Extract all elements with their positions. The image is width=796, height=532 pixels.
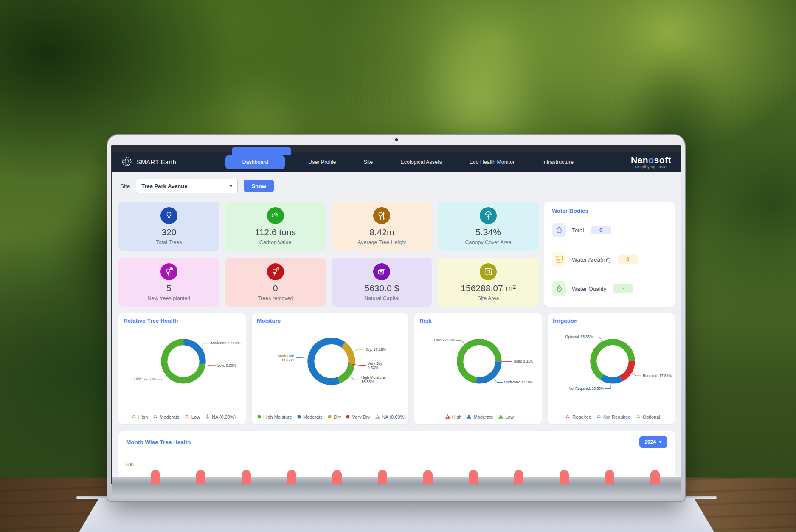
legend-label: Moderate	[160, 414, 179, 419]
legend-item-not-required[interactable]: Not Required	[596, 414, 631, 420]
month-bar-12[interactable]	[650, 470, 660, 484]
callout-label-optional: Optional: 65.63%	[565, 335, 593, 339]
stat-card-natural-capital: 5630.0 $Natural Capital	[332, 258, 433, 307]
stat-label: Carbon Value	[259, 239, 292, 245]
legend-label: Moderate	[303, 414, 323, 419]
month-bar-6[interactable]	[378, 470, 387, 484]
month-bar-9[interactable]	[514, 470, 523, 484]
dot-icon	[327, 414, 332, 420]
month-bar-7[interactable]	[423, 470, 433, 484]
webcam-dot	[395, 138, 398, 141]
laptop-screen-chin	[112, 484, 681, 498]
stat-value: 5.34%	[475, 227, 501, 237]
month-bar-1[interactable]	[151, 470, 160, 484]
nav-item-site[interactable]: Site	[360, 156, 377, 169]
y-axis-line	[140, 464, 140, 484]
tree-icon	[205, 414, 210, 420]
stat-label: Site Area	[478, 296, 499, 301]
month-bar-11[interactable]	[605, 470, 614, 484]
legend-item-high[interactable]: High	[131, 414, 148, 420]
callout-label-moderate: Moderate: 27.50%	[211, 341, 241, 345]
dot-icon	[346, 414, 350, 420]
callout-line-high-moisture	[350, 377, 360, 380]
legend-label: Required	[572, 414, 591, 419]
callout-line-optional	[594, 337, 602, 341]
vendor-logo: Nanosoft Simplifying Tasks	[631, 155, 671, 169]
callout-label-high: High: 72.50%	[134, 377, 156, 381]
legend-item-optional[interactable]: Optional	[636, 414, 660, 420]
msq-icon: m²	[552, 252, 566, 267]
water-rows: Total0m²Water Area(m²)0Water Quality-	[552, 216, 667, 303]
chevron-down-icon: ▼	[228, 183, 233, 189]
legend-item-moderate[interactable]: Moderate	[297, 414, 323, 420]
bars-container	[151, 464, 660, 484]
vendor-tagline: Simplifying Tasks	[631, 165, 671, 169]
callout-line-low	[456, 340, 464, 344]
month-bar-3[interactable]	[242, 470, 251, 484]
water-row-water-area-m-: m²Water Area(m²)0	[552, 245, 667, 274]
legend-label: Moderate	[473, 414, 493, 419]
donut-charts-row: Relative Tree HealthModerate: 27.50%Low:…	[118, 313, 675, 424]
stat-card-carbon-value: CO₂112.6 tonsCarbon Value	[225, 202, 326, 251]
tree-icon	[636, 414, 641, 420]
legend-label: Low	[505, 414, 514, 419]
nav-item-user-profile[interactable]: User Profile	[304, 156, 340, 169]
site-label: Site	[120, 183, 130, 189]
callout-line-low	[206, 365, 216, 366]
legend-item-moderate[interactable]: Moderate	[152, 414, 179, 420]
month-bar-10[interactable]	[560, 470, 569, 484]
stat-card-site-area: 156288.07 m²Site Area	[438, 258, 539, 307]
nav-items: DashboardUser ProfileSiteEcological Asse…	[225, 155, 578, 169]
triangle-icon	[375, 414, 380, 420]
legend-item-low[interactable]: Low	[184, 414, 200, 420]
callout-label-very-dry: Very Dry:0.63%	[368, 361, 383, 370]
legend-item-low[interactable]: Low	[498, 414, 514, 420]
legend-item-high[interactable]: High	[445, 414, 462, 420]
legend-item-very-dry[interactable]: Very Dry	[346, 414, 370, 420]
tree-icon	[160, 207, 177, 224]
month-bar-8[interactable]	[469, 470, 478, 484]
removed-icon	[267, 263, 284, 280]
y-axis-tick-label: 600	[126, 462, 134, 467]
chart-card-risk: RiskHigh: 0.31%Moderate: 27.19%Low: 72.5…	[414, 313, 542, 424]
screen-top-strip	[112, 145, 681, 152]
legend-item-na-0-00-[interactable]: NA (0.00%)	[375, 414, 406, 420]
callout-label-moderate: Moderate: 27.19%	[504, 380, 534, 384]
site-select[interactable]: Tree Park Avenue ▼	[136, 179, 238, 193]
show-button[interactable]: Show	[244, 180, 274, 192]
chart-legend: HighModerateLow	[419, 414, 539, 421]
laptop-screen-frame: SMART Earth DashboardUser ProfileSiteEco…	[107, 135, 685, 501]
legend-item-high-moisture[interactable]: High Moisture	[257, 414, 292, 420]
month-bar-5[interactable]	[332, 470, 342, 484]
brand[interactable]: SMART Earth	[121, 156, 218, 169]
month-bar-2[interactable]	[196, 470, 205, 484]
legend-item-moderate[interactable]: Moderate	[466, 414, 493, 420]
nav-item-infrastructure[interactable]: Infrastructure	[538, 156, 578, 169]
chart-title: Relative Tree Health	[124, 318, 243, 324]
callout-label-low: Low: 72.50%	[434, 338, 455, 342]
callout-line-very-dry	[355, 365, 366, 366]
water-row-label: Water Quality	[572, 286, 606, 292]
scene: SMART Earth DashboardUser ProfileSiteEco…	[0, 0, 796, 532]
water-row-badge: 0	[618, 255, 638, 264]
legend-item-dry[interactable]: Dry	[327, 414, 341, 420]
chart-title: Moisture	[257, 318, 406, 324]
stat-card-trees-removed: 0Trees removed	[225, 258, 326, 307]
callout-label-moderate: Moderate:65.63%	[278, 354, 295, 362]
donut-chart-moisture: Dry: 17.19%Very Dry:0.63%High Moisture:1…	[257, 324, 406, 395]
site-toolbar: Site Tree Park Avenue ▼ Show	[112, 172, 681, 199]
chart-legend: RequiredNot RequiredOptional	[553, 414, 672, 421]
legend-label: NA (0.00%)	[382, 414, 406, 419]
month-bar-4[interactable]	[287, 470, 296, 484]
nav-item-ecological-assets[interactable]: Ecological Assets	[396, 156, 446, 169]
legend-label: Dry	[334, 414, 341, 419]
legend-item-na-0-00-[interactable]: NA (0.00%)	[205, 414, 236, 420]
nav-item-eco-health-monitor[interactable]: Eco Health Monitor	[465, 156, 519, 169]
tree-icon	[565, 414, 571, 420]
dot-icon	[297, 414, 301, 420]
nav-item-dashboard[interactable]: Dashboard	[225, 155, 285, 169]
year-dropdown-button[interactable]: 2024▼	[639, 436, 667, 448]
stat-label: Natural Capital	[364, 296, 399, 301]
dot-icon	[257, 414, 262, 420]
legend-item-required[interactable]: Required	[565, 414, 591, 420]
